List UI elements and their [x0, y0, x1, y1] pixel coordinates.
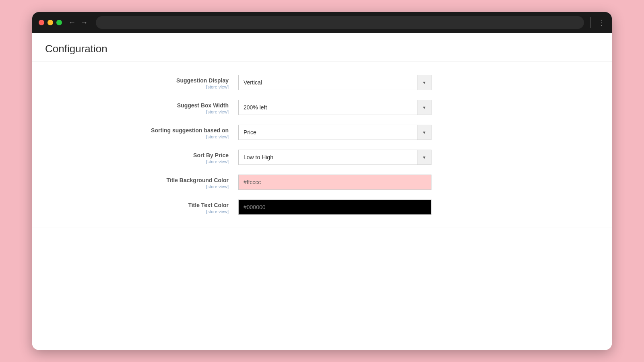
config-section: Suggestion Display [store view] Vertical… — [32, 62, 612, 228]
sort-by-price-sublabel: [store view] — [45, 159, 229, 164]
sort-by-price-label: Sort By Price — [45, 152, 229, 158]
suggestion-display-row: Suggestion Display [store view] Vertical… — [32, 75, 612, 90]
suggestion-display-control: Vertical Horizontal ▼ — [238, 75, 431, 90]
suggestion-display-select[interactable]: Vertical Horizontal — [238, 75, 431, 90]
sort-by-price-select[interactable]: Low to High High to Low — [238, 150, 431, 165]
page-title: Configuration — [45, 43, 599, 55]
forward-button[interactable]: → — [80, 19, 88, 27]
sorting-suggestion-select[interactable]: Price Name Relevance — [238, 125, 431, 140]
title-text-color-label-group: Title Text Color [store view] — [45, 200, 238, 214]
back-button[interactable]: ← — [68, 19, 76, 27]
maximize-button[interactable] — [56, 20, 62, 25]
nav-buttons: ← → — [68, 19, 88, 27]
suggest-box-width-select[interactable]: 200% left 100% left 200% right 100% righ… — [238, 100, 431, 115]
title-bg-color-control — [238, 175, 431, 190]
suggestion-display-label-group: Suggestion Display [store view] — [45, 75, 238, 89]
suggestion-display-sublabel: [store view] — [45, 84, 229, 89]
minimize-button[interactable] — [47, 20, 53, 25]
sort-by-price-select-wrapper: Low to High High to Low ▼ — [238, 150, 431, 165]
content-area: Configuration Suggestion Display [store … — [32, 33, 612, 350]
title-bg-color-input[interactable] — [238, 175, 431, 190]
title-bg-color-row: Title Background Color [store view] — [32, 175, 612, 190]
title-bg-color-label-group: Title Background Color [store view] — [45, 175, 238, 189]
traffic-lights — [39, 20, 62, 25]
title-bg-color-sublabel: [store view] — [45, 184, 229, 189]
empty-footer-section — [32, 228, 612, 260]
title-text-color-label: Title Text Color — [45, 202, 229, 208]
suggest-box-width-label-group: Suggest Box Width [store view] — [45, 100, 238, 114]
nav-divider — [590, 17, 591, 28]
sorting-suggestion-label-group: Sorting suggestion based on [store view] — [45, 125, 238, 139]
title-text-color-control — [238, 200, 431, 215]
sorting-suggestion-row: Sorting suggestion based on [store view]… — [32, 125, 612, 140]
sorting-suggestion-select-wrapper: Price Name Relevance ▼ — [238, 125, 431, 140]
suggestion-display-select-wrapper: Vertical Horizontal ▼ — [238, 75, 431, 90]
page-header: Configuration — [32, 33, 612, 62]
sorting-suggestion-control: Price Name Relevance ▼ — [238, 125, 431, 140]
title-text-color-input[interactable] — [238, 200, 431, 215]
sorting-suggestion-label: Sorting suggestion based on — [45, 127, 229, 134]
address-bar[interactable] — [96, 16, 584, 29]
title-text-color-row: Title Text Color [store view] — [32, 200, 612, 215]
title-bar: ← → ⋮ — [32, 12, 612, 33]
title-bg-color-label: Title Background Color — [45, 177, 229, 183]
sort-by-price-row: Sort By Price [store view] Low to High H… — [32, 150, 612, 165]
suggest-box-width-sublabel: [store view] — [45, 109, 229, 114]
title-text-color-sublabel: [store view] — [45, 209, 229, 214]
suggest-box-width-row: Suggest Box Width [store view] 200% left… — [32, 100, 612, 115]
suggest-box-width-label: Suggest Box Width — [45, 102, 229, 109]
close-button[interactable] — [39, 20, 44, 25]
sorting-suggestion-sublabel: [store view] — [45, 134, 229, 139]
menu-button[interactable]: ⋮ — [597, 18, 605, 27]
suggestion-display-label: Suggestion Display — [45, 77, 229, 84]
browser-window: ← → ⋮ Configuration Suggestion Display [… — [32, 12, 612, 350]
suggest-box-width-control: 200% left 100% left 200% right 100% righ… — [238, 100, 431, 115]
sort-by-price-label-group: Sort By Price [store view] — [45, 150, 238, 164]
suggest-box-width-select-wrapper: 200% left 100% left 200% right 100% righ… — [238, 100, 431, 115]
sort-by-price-control: Low to High High to Low ▼ — [238, 150, 431, 165]
